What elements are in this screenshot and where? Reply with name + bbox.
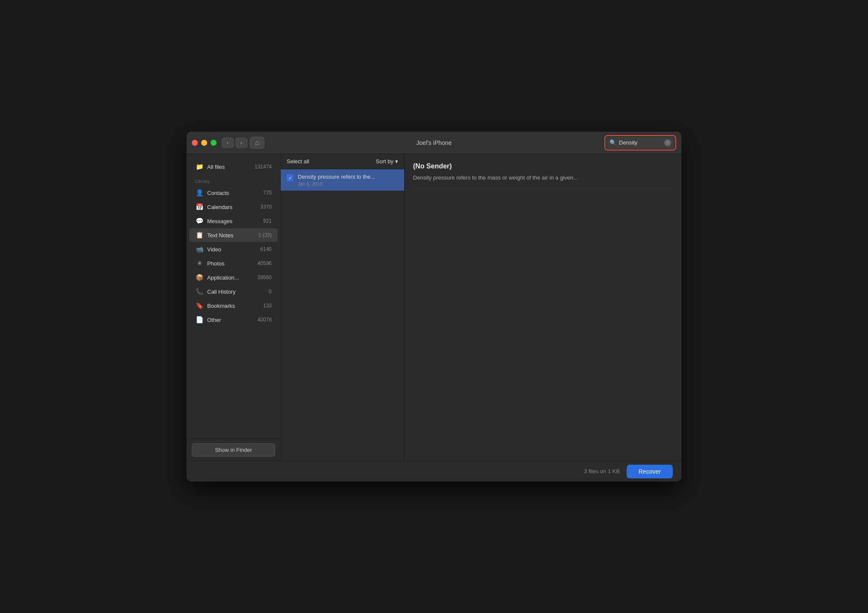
file-item-content: Density pressure refers to the... Jan 6,… — [298, 174, 398, 186]
search-box[interactable]: 🔍 Density ✕ — [606, 137, 674, 149]
photos-label: Photos — [207, 260, 258, 267]
chevron-down-icon: ▾ — [395, 158, 398, 165]
main-window: ‹ › ⌂ Joel's iPhone 🔍 Density ✕ 📁 All fi… — [186, 131, 682, 482]
nav-buttons: ‹ › — [222, 138, 247, 148]
close-button[interactable] — [192, 140, 198, 146]
sidebar-item-applications[interactable]: 📦 Application... 39560 — [189, 271, 278, 284]
file-checkbox[interactable] — [287, 174, 293, 181]
messages-icon: 💬 — [195, 217, 204, 225]
search-container: 🔍 Density ✕ — [604, 135, 676, 150]
status-bar: 3 files on 1 KB Recover — [187, 461, 681, 481]
calendars-label: Calendars — [207, 204, 260, 210]
forward-button[interactable]: › — [235, 138, 247, 148]
video-icon: 📹 — [195, 245, 204, 253]
file-list-item[interactable]: Density pressure refers to the... Jan 6,… — [281, 169, 404, 191]
photos-icon: ✳ — [195, 259, 204, 268]
call-history-icon: 📞 — [195, 287, 204, 296]
text-notes-icon: 📋 — [195, 231, 204, 239]
sidebar-item-photos[interactable]: ✳ Photos 40596 — [189, 256, 278, 270]
bookmarks-icon: 🔖 — [195, 301, 204, 310]
main-content: 📁 All files 131474 Library 👤 Contacts 77… — [187, 154, 681, 461]
calendars-icon: 📅 — [195, 203, 204, 211]
detail-sender: (No Sender) — [413, 162, 673, 170]
contacts-count: 775 — [263, 190, 272, 196]
messages-label: Messages — [207, 218, 263, 224]
minimize-button[interactable] — [201, 140, 207, 146]
file-list-header: Select all Sort by ▾ — [281, 154, 404, 169]
window-title: Joel's iPhone — [416, 139, 452, 146]
bookmarks-count: 133 — [263, 303, 272, 309]
other-label: Other — [207, 317, 258, 323]
sidebar-item-text-notes[interactable]: 📋 Text Notes 1 (33) — [189, 228, 278, 242]
back-button[interactable]: ‹ — [222, 138, 234, 148]
all-files-count: 131474 — [255, 164, 272, 170]
library-section-label: Library — [187, 175, 280, 186]
file-list-panel: Select all Sort by ▾ Density pressure re… — [281, 154, 405, 461]
file-item-date: Jan 6, 2018 — [298, 181, 398, 186]
photos-count: 40596 — [258, 260, 272, 266]
sidebar-footer: Show in Finder — [187, 439, 280, 461]
messages-count: 921 — [263, 218, 272, 224]
video-count: 6140 — [260, 246, 272, 252]
contacts-label: Contacts — [207, 190, 263, 196]
home-button[interactable]: ⌂ — [250, 137, 264, 149]
show-in-finder-button[interactable]: Show in Finder — [192, 443, 275, 457]
file-item-name: Density pressure refers to the... — [298, 174, 398, 180]
applications-icon: 📦 — [195, 273, 204, 282]
applications-count: 39560 — [258, 274, 272, 280]
file-list-body: Density pressure refers to the... Jan 6,… — [281, 169, 404, 461]
other-icon: 📄 — [195, 315, 204, 324]
sidebar-item-video[interactable]: 📹 Video 6140 — [189, 242, 278, 256]
sidebar-item-bookmarks[interactable]: 🔖 Bookmarks 133 — [189, 299, 278, 312]
detail-preview: Density pressure refers to the mass or w… — [413, 174, 673, 189]
titlebar: ‹ › ⌂ Joel's iPhone 🔍 Density ✕ — [187, 132, 681, 154]
sidebar-item-contacts[interactable]: 👤 Contacts 775 — [189, 186, 278, 200]
sidebar-body: 📁 All files 131474 Library 👤 Contacts 77… — [187, 154, 280, 439]
search-clear-button[interactable]: ✕ — [664, 139, 671, 146]
call-history-label: Call History — [207, 289, 269, 295]
status-files-info: 3 files on 1 KB — [584, 468, 620, 474]
sidebar-item-all-files[interactable]: 📁 All files 131474 — [189, 159, 278, 174]
search-box-highlight: 🔍 Density ✕ — [604, 135, 676, 150]
select-all-label[interactable]: Select all — [287, 158, 309, 165]
sidebar-item-other[interactable]: 📄 Other 40078 — [189, 313, 278, 327]
text-notes-count: 1 (33) — [258, 232, 272, 238]
video-label: Video — [207, 246, 260, 253]
text-notes-label: Text Notes — [207, 232, 258, 239]
other-count: 40078 — [258, 317, 272, 323]
sidebar-items-list: 👤 Contacts 775 📅 Calendars 3370 💬 Messag… — [187, 186, 280, 327]
all-files-icon: 📁 — [195, 162, 204, 171]
search-icon: 🔍 — [610, 139, 616, 146]
contacts-icon: 👤 — [195, 189, 204, 197]
applications-label: Application... — [207, 274, 258, 281]
sort-by-label[interactable]: Sort by ▾ — [376, 158, 398, 165]
calendars-count: 3370 — [260, 204, 272, 210]
file-items-list: Density pressure refers to the... Jan 6,… — [281, 169, 404, 191]
call-history-count: 0 — [269, 289, 272, 295]
traffic-lights — [192, 140, 217, 146]
maximize-button[interactable] — [211, 140, 217, 146]
search-value[interactable]: Density — [619, 139, 662, 146]
sidebar: 📁 All files 131474 Library 👤 Contacts 77… — [187, 154, 281, 461]
detail-panel: (No Sender) Density pressure refers to t… — [405, 154, 681, 461]
all-files-label: All files — [207, 164, 255, 170]
sidebar-item-call-history[interactable]: 📞 Call History 0 — [189, 285, 278, 298]
sidebar-item-calendars[interactable]: 📅 Calendars 3370 — [189, 200, 278, 214]
bookmarks-label: Bookmarks — [207, 303, 263, 309]
recover-button[interactable]: Recover — [627, 465, 673, 478]
sidebar-item-messages[interactable]: 💬 Messages 921 — [189, 214, 278, 228]
